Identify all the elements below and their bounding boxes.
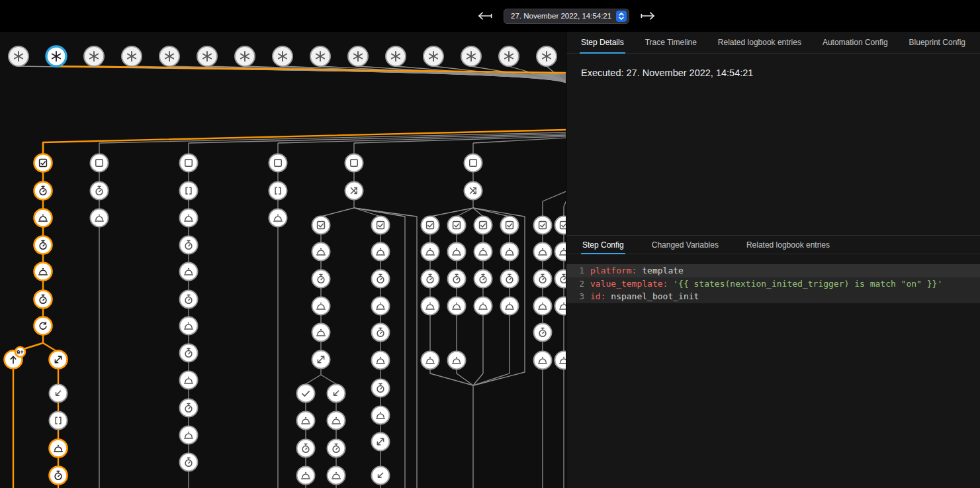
trace-node-checkbox[interactable] (422, 217, 439, 234)
trace-node-brackets[interactable] (50, 412, 67, 430)
trace-node-service[interactable] (180, 209, 198, 227)
tab-related-logbook-entries[interactable]: Related logbook entries (717, 32, 803, 53)
step-config-code[interactable]: 1platform: template2value_template: '{{ … (566, 264, 980, 303)
trace-node-arrow-double[interactable] (50, 351, 67, 369)
trace-node-checkbox[interactable] (555, 217, 566, 234)
trace-node-asterisk[interactable] (386, 46, 406, 66)
trace-node-brackets[interactable] (180, 182, 198, 200)
trace-node-service[interactable] (372, 407, 390, 424)
trace-node-asterisk[interactable] (159, 46, 179, 66)
trace-node-asterisk[interactable] (9, 46, 28, 66)
trace-node-service[interactable] (422, 243, 439, 261)
trace-node-asterisk[interactable] (84, 46, 104, 66)
run-select[interactable]: 27. November 2022, 14:54:21 (504, 9, 629, 24)
trace-node-timer[interactable] (328, 440, 345, 458)
trace-node-choose[interactable] (465, 182, 482, 200)
trace-node-service[interactable] (297, 412, 315, 430)
trace-node-timer[interactable] (34, 182, 52, 200)
trace-node-service[interactable] (372, 243, 390, 261)
trace-node-asterisk[interactable] (197, 46, 217, 66)
trace-node-service[interactable] (180, 317, 198, 335)
trace-node-repeat[interactable] (34, 317, 52, 335)
trace-node-checkbox[interactable] (448, 217, 466, 234)
trace-node-service[interactable] (180, 371, 198, 389)
trace-node-service[interactable] (34, 263, 52, 281)
trace-node-arrow-double[interactable] (372, 433, 390, 451)
trace-node-checkbox[interactable] (34, 154, 52, 172)
trace-node-service[interactable] (312, 297, 330, 315)
trace-node-timer[interactable] (297, 440, 315, 458)
trace-node-service[interactable] (180, 263, 198, 281)
trace-node-checkbox[interactable] (372, 217, 390, 234)
tab-changed-variables[interactable]: Changed Variables (650, 236, 720, 254)
trace-node-timer[interactable] (180, 291, 198, 309)
trace-node-service[interactable] (448, 243, 466, 261)
trace-node-asterisk[interactable] (461, 46, 481, 66)
tab-step-config[interactable]: Step Config (581, 236, 625, 254)
next-run-button[interactable] (639, 10, 658, 22)
trace-node-timer[interactable] (180, 236, 198, 254)
trace-node-service[interactable] (474, 297, 492, 315)
trace-node-square[interactable] (465, 154, 482, 172)
trace-node-service[interactable] (328, 412, 345, 430)
trace-node-service[interactable] (448, 297, 466, 315)
trace-node-timer[interactable] (534, 324, 552, 342)
previous-run-button[interactable] (475, 10, 494, 22)
trace-node-timer[interactable] (312, 270, 330, 288)
trace-node-timer[interactable] (34, 291, 52, 309)
trace-node-timer[interactable] (180, 399, 198, 417)
trace-node-service[interactable] (180, 426, 198, 444)
trace-node-service[interactable] (448, 352, 466, 369)
trace-node-asterisk[interactable] (423, 46, 443, 66)
trace-node-timer[interactable] (50, 467, 67, 485)
trace-node-timer[interactable] (91, 182, 109, 200)
trace-node-timer[interactable] (34, 236, 52, 254)
trace-node-timer[interactable] (448, 270, 466, 288)
trace-node-service[interactable] (50, 440, 67, 458)
trace-node-timer[interactable] (372, 270, 390, 288)
trace-node-service[interactable] (34, 209, 52, 227)
tab-automation-config[interactable]: Automation Config (821, 32, 889, 53)
trace-node-arrow-up[interactable]: 9+ (5, 347, 26, 369)
trace-node-asterisk[interactable] (235, 46, 255, 66)
trace-node-service[interactable] (312, 243, 330, 261)
trace-node-square[interactable] (91, 154, 109, 172)
trace-node-asterisk[interactable] (348, 46, 368, 66)
trace-node-service[interactable] (312, 324, 330, 342)
trace-node-asterisk[interactable] (499, 46, 519, 66)
tab-blueprint-config[interactable]: Blueprint Config (908, 32, 967, 53)
trace-node-service[interactable] (534, 243, 552, 261)
trace-node-checkbox[interactable] (312, 217, 330, 234)
trace-node-timer[interactable] (372, 379, 390, 397)
trace-node-choose[interactable] (345, 182, 363, 200)
trace-node-check[interactable] (297, 385, 315, 403)
trace-node-service[interactable] (269, 209, 287, 227)
trace-node-service[interactable] (422, 297, 439, 315)
trace-node-service[interactable] (534, 297, 552, 315)
trace-node-checkbox[interactable] (474, 217, 492, 234)
trace-node-service[interactable] (297, 467, 315, 485)
trace-node-service[interactable] (555, 243, 566, 261)
trace-node-checkbox[interactable] (501, 217, 519, 234)
trace-node-service[interactable] (474, 243, 492, 261)
trace-node-timer[interactable] (555, 270, 566, 288)
trace-node-timer[interactable] (180, 344, 198, 362)
trace-node-asterisk[interactable] (46, 46, 66, 66)
trace-node-arrow-double[interactable] (312, 351, 330, 369)
trace-node-brackets[interactable] (269, 182, 287, 200)
trace-node-asterisk[interactable] (273, 46, 292, 66)
trace-node-service[interactable] (372, 297, 390, 315)
trace-node-arrow-down-left[interactable] (328, 385, 345, 403)
trace-node-square[interactable] (269, 154, 287, 172)
trace-node-timer[interactable] (501, 270, 519, 288)
trace-node-asterisk[interactable] (537, 46, 557, 66)
trace-node-arrow-down-left[interactable] (50, 385, 67, 403)
trace-node-service[interactable] (91, 209, 109, 227)
tab-trace-timeline[interactable]: Trace Timeline (644, 32, 698, 53)
trace-node-service[interactable] (501, 243, 519, 261)
trace-node-asterisk[interactable] (122, 46, 142, 66)
trace-node-square[interactable] (180, 154, 198, 172)
trace-node-timer[interactable] (422, 270, 439, 288)
trace-node-service[interactable] (328, 467, 345, 485)
trace-node-service[interactable] (534, 352, 552, 369)
